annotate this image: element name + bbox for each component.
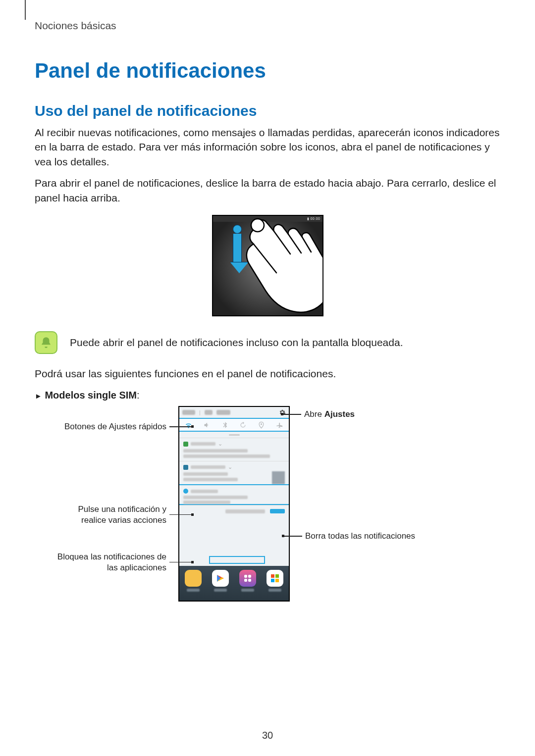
breadcrumb: Nociones básicas: [35, 20, 500, 32]
hand-gesture-icon: [227, 215, 323, 316]
note-block: Puede abrir el panel de notificaciones i…: [35, 331, 500, 354]
notification-item-3-highlight: [178, 484, 290, 505]
figure-swipe-down: ▮ 00:00: [35, 215, 500, 316]
paragraph-1: Al recibir nuevas notificaciones, como m…: [35, 125, 500, 169]
rotate-icon: [239, 421, 247, 429]
page-crop-mark: [25, 0, 26, 20]
phone-mockup: | ⌄: [178, 406, 290, 602]
panel-bottom-bar: [179, 505, 289, 517]
paragraph-3: Podrá usar las siguientes funciones en e…: [35, 366, 500, 381]
section-subtitle: Uso del panel de notificaciones: [35, 102, 500, 119]
block-notifications-label-blur: [225, 509, 265, 513]
airplane-icon: [276, 421, 283, 429]
block-notifications-highlight: [209, 556, 265, 564]
page-number: 30: [0, 730, 535, 741]
bluetooth-icon: [221, 421, 229, 429]
callout-clear-all: Borra todas las notificaciones: [282, 531, 471, 541]
callout-notification-action: Pulse una notificación y realice varias …: [35, 504, 193, 525]
svg-point-1: [261, 423, 262, 425]
location-icon: [258, 421, 265, 429]
home-dock: [179, 566, 289, 601]
clear-all-button: [270, 509, 285, 513]
notification-item-2: ⌄: [179, 461, 289, 484]
paragraph-2: Para abrir el panel de notificaciones, d…: [35, 176, 500, 205]
bell-note-icon: [35, 331, 57, 354]
notification-panel-diagram: | ⌄: [35, 406, 500, 624]
page-content: Nociones básicas Panel de notificaciones…: [0, 0, 535, 624]
callout-open-settings: Abre Ajustes: [281, 409, 460, 419]
callout-quick-settings: Botones de Ajustes rápidos: [35, 421, 193, 432]
note-text: Puede abrir el panel de notificaciones i…: [70, 337, 403, 349]
svg-point-0: [251, 219, 264, 232]
page-title: Panel de notificaciones: [35, 59, 500, 83]
notification-item-1: ⌄: [179, 438, 289, 461]
sound-icon: [203, 421, 211, 429]
quick-settings-row: [179, 418, 289, 432]
model-variant-label: ► Modelos single SIM:: [35, 390, 500, 401]
callout-block-notifications: Bloquea las notificaciones de las aplica…: [35, 552, 193, 573]
